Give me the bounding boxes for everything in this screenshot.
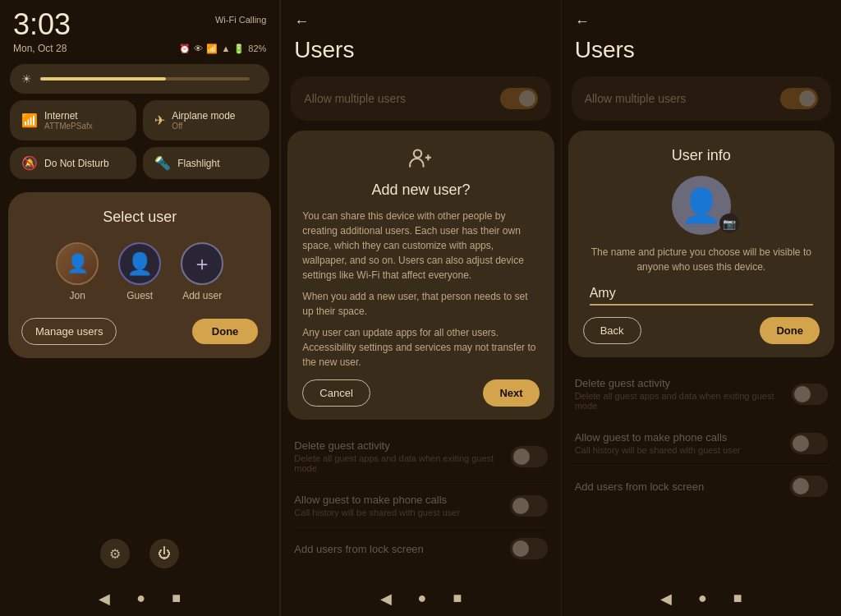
allow-multiple-row-p3[interactable]: Allow multiple users	[572, 76, 831, 121]
back-btn-p2[interactable]: ←	[294, 13, 309, 30]
alarm-icon: ⏰	[179, 44, 191, 54]
delete-guest-item[interactable]: Delete guest activity Delete all guest a…	[291, 430, 550, 484]
nav-bar-p2: ◀ ● ■	[281, 582, 560, 616]
phone-calls-title-p3: Allow guest to make phone calls	[575, 431, 741, 444]
back-btn-p3[interactable]: ←	[575, 13, 590, 30]
nav-recents-p2[interactable]: ■	[453, 590, 462, 608]
done-button-user-info[interactable]: Done	[760, 317, 820, 344]
delete-guest-toggle[interactable]	[511, 446, 547, 467]
tile-flashlight[interactable]: 🔦 Flashlight	[143, 147, 269, 179]
settings-section-p3: Delete guest activity Delete all guest a…	[562, 367, 841, 507]
flashlight-label: Flashlight	[177, 158, 219, 169]
allow-multiple-text-p3: Allow multiple users	[585, 92, 687, 105]
settings-section-p2: Delete guest activity Delete all guest a…	[281, 430, 560, 569]
dnd-icon: 🔕	[21, 155, 38, 171]
power-icon-btn[interactable]: ⏻	[149, 539, 179, 568]
lock-screen-item[interactable]: Add users from lock screen	[291, 528, 550, 569]
nav-bar-p3: ◀ ● ■	[562, 582, 841, 616]
nav-recents-p1[interactable]: ■	[172, 590, 181, 608]
phone-calls-sub-p3: Call history will be shared with guest u…	[575, 445, 741, 455]
panel-user-info: ← Users Allow multiple users User info 👤…	[561, 0, 841, 616]
internet-title: Internet	[44, 110, 93, 122]
allow-multiple-toggle-p3[interactable]	[780, 88, 818, 109]
tile-internet[interactable]: 📶 Internet ATTMePSafx	[10, 100, 136, 140]
done-button-p1[interactable]: Done	[192, 319, 259, 344]
select-user-title: Select user	[21, 209, 258, 226]
tile-dnd[interactable]: 🔕 Do Not Disturb	[10, 147, 136, 179]
delete-guest-toggle-p3[interactable]	[792, 384, 828, 405]
add-user-label: Add user	[182, 290, 222, 301]
nav-home-p3[interactable]: ●	[698, 590, 707, 608]
add-user-dialog-title: Add new user?	[302, 182, 539, 199]
lock-screen-toggle[interactable]	[510, 538, 548, 559]
panel1-bottom: ⚙ ⏻	[0, 371, 279, 582]
dialog-body-p1: You can share this device with other peo…	[302, 209, 539, 283]
eye-icon: 👁	[194, 44, 203, 53]
user-info-title: User info	[583, 147, 820, 164]
allow-multiple-text-p2: Allow multiple users	[304, 92, 406, 105]
wifi-icon: 📶	[206, 44, 218, 54]
add-user-dialog-body: You can share this device with other peo…	[302, 209, 539, 370]
add-user-dialog-icon	[302, 147, 539, 175]
user-info-dialog: User info 👤 📷 The name and picture you c…	[568, 131, 834, 357]
modal-buttons: Manage users Done	[21, 318, 258, 345]
user-name-input[interactable]	[590, 286, 813, 301]
nav-home-p1[interactable]: ●	[136, 590, 145, 608]
nav-recents-p3[interactable]: ■	[733, 590, 742, 608]
nav-bar-p1: ◀ ● ■	[0, 582, 279, 616]
panel-quick-settings: 3:03 Wi-Fi Calling Mon, Oct 28 ⏰ 👁 📶 ▲ 🔋…	[0, 0, 280, 616]
header-p2: ←	[281, 0, 560, 34]
next-button[interactable]: Next	[483, 379, 539, 407]
user-item-add[interactable]: ＋ Add user	[181, 242, 223, 301]
user-item-guest[interactable]: 👤 Guest	[118, 242, 161, 301]
phone-calls-item-p3[interactable]: Allow guest to make phone calls Call his…	[572, 421, 831, 466]
status-bar: 3:03 Wi-Fi Calling	[0, 0, 279, 43]
dnd-label: Do Not Disturb	[44, 158, 109, 169]
jon-avatar: 👤	[56, 242, 99, 285]
lock-screen-title-p3: Add users from lock screen	[575, 480, 705, 493]
brightness-track[interactable]	[40, 77, 250, 80]
user-info-actions: Back Done	[583, 317, 820, 344]
lock-screen-item-p3[interactable]: Add users from lock screen	[572, 466, 831, 507]
battery-icon: 🔋	[233, 44, 245, 54]
settings-icon-btn[interactable]: ⚙	[100, 539, 130, 568]
phone-calls-toggle-p3[interactable]	[790, 433, 828, 454]
nav-back-p1[interactable]: ◀	[99, 590, 110, 608]
camera-badge[interactable]: 📷	[719, 214, 739, 233]
airplane-sub: Off	[172, 122, 235, 131]
page-title-p2: Users	[281, 34, 560, 76]
lock-screen-title: Add users from lock screen	[294, 543, 424, 555]
phone-calls-toggle[interactable]	[510, 495, 548, 517]
cancel-button[interactable]: Cancel	[302, 379, 370, 407]
user-item-jon[interactable]: 👤 Jon	[56, 242, 99, 301]
delete-guest-title-p3: Delete guest activity	[575, 377, 792, 389]
delete-guest-item-p3[interactable]: Delete guest activity Delete all guest a…	[572, 367, 831, 421]
phone-calls-item[interactable]: Allow guest to make phone calls Call his…	[291, 484, 550, 528]
nav-back-p3[interactable]: ◀	[660, 590, 672, 608]
brightness-row: ☀	[10, 64, 269, 94]
allow-multiple-toggle-p2[interactable]	[500, 88, 538, 109]
brightness-fill	[40, 77, 166, 80]
nav-back-p2[interactable]: ◀	[380, 590, 392, 608]
tile-airplane[interactable]: ✈ Airplane mode Off	[143, 100, 269, 140]
add-icon: ＋	[192, 251, 212, 277]
flashlight-icon: 🔦	[154, 155, 171, 171]
dialog-body-p3: Any user can update apps for all other u…	[302, 325, 539, 370]
select-user-modal: Select user 👤 Jon 👤 Guest	[8, 192, 271, 358]
back-button-user-info[interactable]: Back	[583, 317, 641, 344]
header-p3: ←	[562, 0, 841, 34]
status-icons: ⏰ 👁 📶 ▲ 🔋 82%	[179, 44, 266, 54]
manage-users-button[interactable]: Manage users	[21, 318, 117, 345]
user-avatar-icon: 👤	[681, 186, 722, 225]
jon-label: Jon	[69, 290, 85, 301]
internet-sub: ATTMePSafx	[44, 122, 93, 131]
guest-avatar: 👤	[118, 242, 161, 285]
nav-home-p2[interactable]: ●	[418, 590, 427, 608]
allow-multiple-row-p2[interactable]: Allow multiple users	[291, 76, 550, 121]
lock-screen-toggle-p3[interactable]	[790, 476, 828, 497]
svg-point-0	[414, 150, 421, 158]
guest-label: Guest	[126, 290, 153, 301]
panel-add-user: ← Users Allow multiple users Add new use…	[280, 0, 560, 616]
date-label: Mon, Oct 28	[13, 43, 67, 54]
guest-icon: 👤	[126, 251, 153, 277]
